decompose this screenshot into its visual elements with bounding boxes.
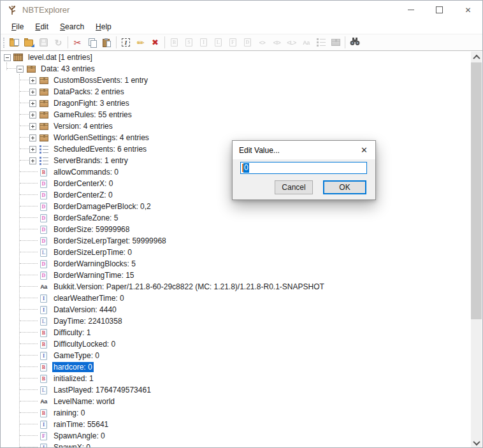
tree-row[interactable]: IrainTime: 55641 xyxy=(1,419,472,430)
tree-row[interactable]: level.dat [1 entries] xyxy=(1,52,472,63)
tree-row[interactable]: Braining: 0 xyxy=(1,407,472,419)
list-tag-icon xyxy=(40,157,48,165)
tag-i-icon: I xyxy=(40,294,47,303)
tag-i-icon: I xyxy=(40,421,47,429)
add-byte-array-button[interactable]: <> xyxy=(255,36,270,50)
tree-row[interactable]: AaLevelName: world xyxy=(1,396,472,407)
tag-d-icon: D xyxy=(40,237,47,245)
close-icon: ✕ xyxy=(465,6,471,14)
expand-icon[interactable] xyxy=(29,77,36,84)
tag-i-icon: I xyxy=(40,352,47,360)
window-title: NBTExplorer xyxy=(22,5,69,15)
cut-button[interactable]: ✂ xyxy=(70,36,85,50)
tree-row[interactable]: DBorderWarningBlocks: 5 xyxy=(1,258,472,270)
tree-row[interactable]: IGameType: 0 xyxy=(1,350,472,361)
collapse-icon[interactable] xyxy=(17,66,24,73)
open-folder-button[interactable] xyxy=(22,36,36,50)
copy-button[interactable] xyxy=(85,36,99,50)
scroll-down-button[interactable] xyxy=(471,437,482,448)
add-float-tag-button[interactable]: F xyxy=(226,36,240,50)
tree-row[interactable]: CustomBossEvents: 1 entry xyxy=(1,75,472,86)
tree-row[interactable]: DragonFight: 3 entries xyxy=(1,98,472,109)
tree-row[interactable]: Binitialized: 1 xyxy=(1,373,472,384)
vertical-scrollbar[interactable] xyxy=(471,52,482,448)
tree-row-label: DifficultyLocked: 0 xyxy=(52,339,117,349)
scrollbar-thumb[interactable] xyxy=(471,62,482,319)
tag-l-icon: L xyxy=(40,317,47,326)
dialog-close-button[interactable]: ✕ xyxy=(353,145,375,155)
ok-button[interactable]: OK xyxy=(323,180,366,194)
tree-row-label: BorderSizeLerpTarget: 59999968 xyxy=(52,236,168,246)
tree-row[interactable]: DBorderWarningTime: 15 xyxy=(1,270,472,281)
add-byte-tag-button[interactable]: B xyxy=(167,36,182,50)
menu-file[interactable]: File xyxy=(6,20,29,33)
app-icon xyxy=(7,5,17,15)
tree-row[interactable]: DBorderDamagePerBlock: 0,2 xyxy=(1,201,472,212)
menu-edit[interactable]: Edit xyxy=(29,20,54,33)
refresh-button[interactable]: ↻ xyxy=(51,36,66,50)
tree-row[interactable]: IDataVersion: 4440 xyxy=(1,304,472,315)
compound-tag-icon xyxy=(40,89,48,96)
add-int-array-button[interactable]: <I> xyxy=(270,36,284,50)
tree-row[interactable]: BDifficultyLocked: 0 xyxy=(1,338,472,350)
scroll-up-button[interactable] xyxy=(471,52,482,62)
tree-row[interactable]: AaBukkit.Version: Paper/1.21.8-60-29c882… xyxy=(1,281,472,293)
tree-row-label: SpawnX: 0 xyxy=(52,442,92,447)
expand-icon[interactable] xyxy=(29,157,36,164)
menu-label-rest: elp xyxy=(101,22,112,31)
add-string-tag-button[interactable]: Aa xyxy=(299,36,314,50)
search-button[interactable] xyxy=(347,36,362,50)
add-list-tag-button[interactable] xyxy=(314,36,328,50)
maximize-button[interactable] xyxy=(425,1,454,19)
tree-row[interactable]: GameRules: 55 entries xyxy=(1,109,472,120)
tree-row[interactable]: FSpawnAngle: 0 xyxy=(1,430,472,442)
expand-icon[interactable] xyxy=(29,89,36,96)
toolbar-grip[interactable] xyxy=(3,38,4,48)
tree-row[interactable]: LDayTime: 22410358 xyxy=(1,315,472,327)
collapse-icon[interactable] xyxy=(4,54,11,61)
edit-value-button[interactable]: ✏ xyxy=(133,36,148,50)
open-nbt-file-button[interactable] xyxy=(7,36,22,50)
tree-row-label: ScheduledEvents: 6 entries xyxy=(52,144,148,154)
tree-row[interactable]: DataPacks: 2 entries xyxy=(1,86,472,98)
add-int-tag-button[interactable]: I xyxy=(196,36,211,50)
save-button[interactable] xyxy=(36,36,51,50)
menu-bar: FileEditSearchHelp xyxy=(1,19,482,34)
add-long-array-button[interactable]: <L> xyxy=(284,36,299,50)
expand-icon[interactable] xyxy=(29,100,36,107)
add-short-tag-button[interactable]: S xyxy=(182,36,196,50)
minimize-button[interactable] xyxy=(396,1,425,19)
tree-row[interactable]: DBorderSizeLerpTarget: 59999968 xyxy=(1,235,472,247)
add-double-tag-button[interactable]: D xyxy=(240,36,255,50)
tree-row[interactable]: IclearWeatherTime: 0 xyxy=(1,293,472,304)
tree-row[interactable]: ISpawnX: 0 xyxy=(1,442,472,447)
cancel-button[interactable]: Cancel xyxy=(275,180,313,194)
rename-button[interactable]: I xyxy=(119,36,133,50)
expand-icon[interactable] xyxy=(29,134,36,141)
menu-search[interactable]: Search xyxy=(54,20,90,33)
save-icon xyxy=(40,38,48,47)
tree-row[interactable]: LBorderSizeLerpTime: 0 xyxy=(1,247,472,258)
paste-button[interactable] xyxy=(99,36,114,50)
menu-help[interactable]: Help xyxy=(90,20,117,33)
tree-row[interactable]: DBorderSafeZone: 5 xyxy=(1,212,472,224)
expand-icon[interactable] xyxy=(29,123,36,130)
tree-row-label: DataPacks: 2 entries xyxy=(52,87,126,97)
tree-row[interactable]: LLastPlayed: 1764749573461 xyxy=(1,384,472,396)
close-button[interactable]: ✕ xyxy=(454,1,482,19)
value-input[interactable]: 0 xyxy=(240,162,367,174)
tree-row[interactable]: Data: 43 entries xyxy=(1,63,472,75)
menu-label-rest: earch xyxy=(65,22,84,31)
tree-row[interactable]: Version: 4 entries xyxy=(1,120,472,132)
tag-d-icon: D xyxy=(40,180,47,188)
delete-button[interactable]: ✖ xyxy=(148,36,162,50)
tree-row-label: Version: 4 entries xyxy=(52,121,114,131)
tree-row[interactable]: BDifficulty: 1 xyxy=(1,327,472,338)
add-compound-tag-button[interactable] xyxy=(328,36,343,50)
expand-icon[interactable] xyxy=(29,112,36,119)
tree-row[interactable]: DBorderSize: 59999968 xyxy=(1,224,472,235)
tree-row[interactable]: Bhardcore: 0 xyxy=(1,361,472,373)
add-long-tag-button[interactable]: L xyxy=(211,36,226,50)
expand-icon[interactable] xyxy=(29,146,36,153)
tag-b-icon: B xyxy=(40,375,47,383)
